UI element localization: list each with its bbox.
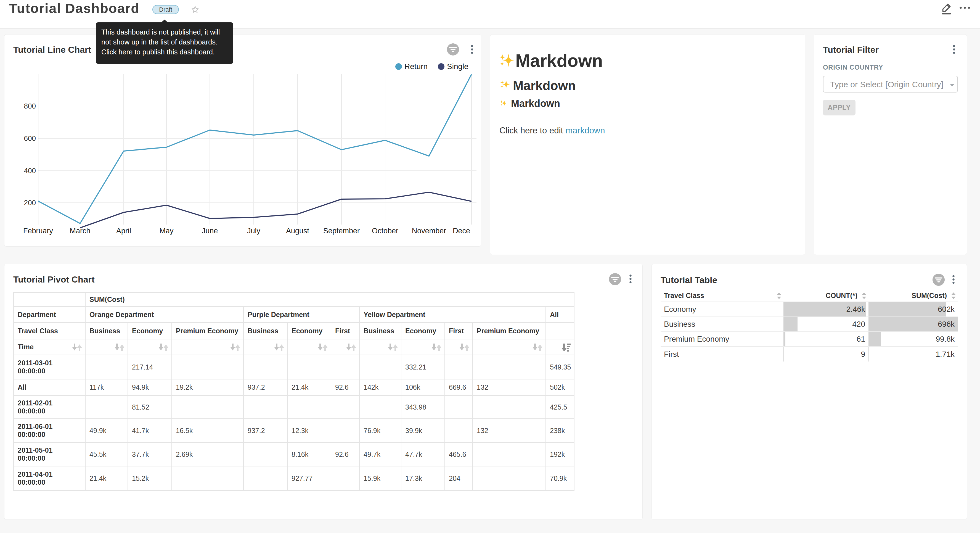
svg-text:February: February (23, 227, 53, 235)
svg-text:200: 200 (24, 199, 36, 207)
svg-text:Dece: Dece (453, 227, 470, 235)
svg-text:November: November (412, 227, 446, 235)
svg-text:April: April (116, 227, 131, 235)
svg-text:September: September (323, 227, 360, 235)
svg-text:800: 800 (24, 102, 36, 110)
svg-text:August: August (286, 227, 309, 235)
svg-text:July: July (247, 227, 261, 235)
svg-text:June: June (202, 227, 218, 235)
svg-text:October: October (372, 227, 398, 235)
svg-text:400: 400 (24, 166, 36, 175)
svg-text:March: March (70, 227, 90, 235)
svg-text:600: 600 (24, 134, 36, 142)
svg-text:May: May (159, 227, 173, 235)
